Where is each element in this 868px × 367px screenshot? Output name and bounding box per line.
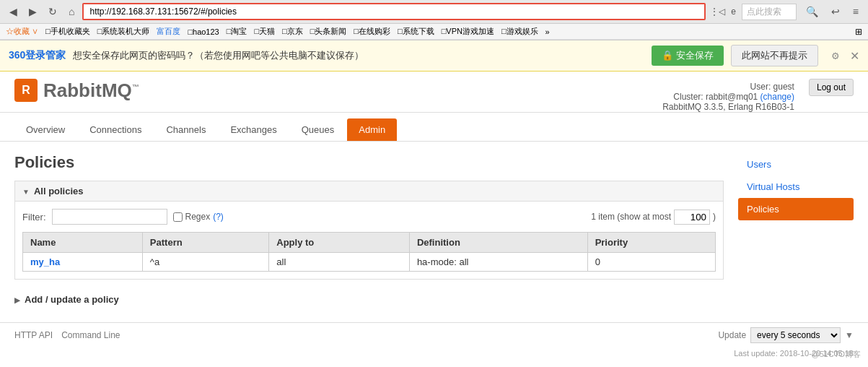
sidebar-item-virtual-hosts[interactable]: Virtual Hosts <box>738 176 854 198</box>
col-priority: Priority <box>587 233 715 253</box>
regex-checkbox[interactable] <box>173 212 183 222</box>
browser-toolbar: ◀ ▶ ↻ ⌂ ⋮◁ e 点此搜索 🔍 ↩ ≡ <box>0 0 868 24</box>
add-policy-section: Add / update a policy <box>14 288 724 311</box>
policy-definition: ha-mode: all <box>409 253 587 272</box>
item-count-text: 1 item (show at most <box>591 212 671 222</box>
app-header: R RabbitMQ™ User: guest Cluster: rabbit@… <box>0 72 868 113</box>
regex-option: Regex (?) <box>173 212 224 222</box>
bookmark-item[interactable]: □游戏娱乐 <box>501 26 538 37</box>
filter-row: Filter: Regex (?) 1 item (show at most ) <box>22 209 716 225</box>
bookmark-item[interactable]: □淘宝 <box>227 26 247 37</box>
item-count: 1 item (show at most ) <box>591 210 716 225</box>
close-icon[interactable]: ✕ <box>850 49 859 63</box>
password-manager-logo: 360登录管家 <box>9 49 66 62</box>
col-name: Name <box>23 233 143 253</box>
page-title: Policies <box>14 153 724 172</box>
user-line: User: guest <box>662 82 794 92</box>
user-label: User: <box>750 82 771 92</box>
regex-help[interactable]: (?) <box>213 212 224 222</box>
bookmark-item[interactable]: □天猫 <box>254 26 275 37</box>
tab-exchanges[interactable]: Exchanges <box>219 118 288 141</box>
add-policy-title: Add / update a policy <box>25 294 119 305</box>
bookmark-item[interactable]: □在线购彩 <box>354 26 390 37</box>
tab-connections[interactable]: Connections <box>78 118 153 141</box>
policy-name[interactable]: my_ha <box>23 253 143 272</box>
last-update-bar: Last update: 2018-10-20 14:05:18 <box>0 347 868 360</box>
policies-table: Name Pattern Apply to Definition Priorit… <box>22 232 716 272</box>
user-section: User: guest Cluster: rabbit@mq01 (change… <box>662 79 854 112</box>
http-api-link[interactable]: HTTP API <box>14 330 53 340</box>
bookmarks-settings-icon[interactable]: ⊞ <box>855 27 862 37</box>
bookmark-item[interactable]: □京东 <box>282 26 303 37</box>
logout-button[interactable]: Log out <box>809 79 854 96</box>
item-count-input[interactable] <box>674 210 710 225</box>
bookmark-item[interactable]: □头条新闻 <box>310 26 347 37</box>
filter-label: Filter: <box>22 212 46 223</box>
username: guest <box>773 82 794 92</box>
gear-icon[interactable]: ⚙ <box>831 51 840 61</box>
browser-chrome: ◀ ▶ ↻ ⌂ ⋮◁ e 点此搜索 🔍 ↩ ≡ ☆收藏 ∨ □手机收藏夹 □系统… <box>0 0 868 40</box>
bookmark-item[interactable]: □hao123 <box>188 27 219 36</box>
all-policies-section: All policies Filter: Regex (?) 1 item ( <box>14 181 724 280</box>
browser-engine-icon: e <box>731 7 736 17</box>
history-back-button[interactable]: ↩ <box>828 4 843 19</box>
bookmark-item[interactable]: ☆收藏 ∨ <box>6 26 38 37</box>
nav-tabs: Overview Connections Channels Exchanges … <box>0 118 868 141</box>
search-button[interactable]: 🔍 <box>802 4 822 19</box>
last-update-label: Last update: <box>734 349 778 358</box>
home-button[interactable]: ⌂ <box>65 4 78 19</box>
bookmark-item[interactable]: □系统装机大师 <box>97 26 150 37</box>
footer-links: HTTP API Command Line <box>14 330 120 340</box>
url-bar[interactable] <box>82 3 706 20</box>
col-pattern: Pattern <box>142 233 268 253</box>
policy-priority: 0 <box>587 253 715 272</box>
policy-apply-to: all <box>269 253 410 272</box>
rabbitmq-app: R RabbitMQ™ User: guest Cluster: rabbit@… <box>0 72 868 360</box>
footer: HTTP API Command Line Update every 5 sec… <box>0 322 868 347</box>
search-box[interactable]: 点此搜索 <box>742 4 797 20</box>
watermark: @51CTO博客 <box>812 349 861 360</box>
no-remind-button[interactable]: 此网站不再提示 <box>731 45 818 66</box>
logo-text: RabbitMQ™ <box>43 79 139 102</box>
change-cluster-link[interactable]: (change) <box>760 92 794 102</box>
regex-label: Regex <box>185 212 211 222</box>
command-line-link[interactable]: Command Line <box>61 330 120 340</box>
back-button[interactable]: ◀ <box>6 4 21 19</box>
tab-overview[interactable]: Overview <box>14 118 76 141</box>
bookmark-more[interactable]: » <box>545 27 550 36</box>
all-policies-header[interactable]: All policies <box>15 181 723 202</box>
collapse-icon <box>22 186 30 197</box>
cluster-name: rabbit@mq01 <box>706 92 758 102</box>
logo-tm: ™ <box>132 83 139 91</box>
sidebar-item-policies[interactable]: Policies <box>738 198 854 220</box>
add-policy-header[interactable]: Add / update a policy <box>14 288 724 311</box>
version-line: RabbitMQ 3.3.5, Erlang R16B03-1 <box>662 102 794 112</box>
cluster-line: Cluster: rabbit@mq01 (change) <box>662 92 794 102</box>
policy-pattern: ^a <box>142 253 268 272</box>
item-count-close: ) <box>713 212 716 222</box>
bookmark-item[interactable]: □系统下载 <box>398 26 434 37</box>
refresh-button[interactable]: ↻ <box>45 4 61 19</box>
tab-channels[interactable]: Channels <box>154 118 217 141</box>
content-area: Policies All policies Filter: Regex <box>14 153 724 311</box>
password-save-bar: 360登录管家 想安全保存此网页的密码吗？（若您使用网吧等公共电脑不建议保存） … <box>0 40 868 72</box>
bookmark-item[interactable]: □VPN游戏加速 <box>442 26 494 37</box>
browser-menu-button[interactable]: ≡ <box>849 4 862 19</box>
save-password-button[interactable]: 🔒 安全保存 <box>652 46 724 66</box>
chevron-down-icon: ▼ <box>845 330 854 340</box>
tab-queues[interactable]: Queues <box>290 118 346 141</box>
all-policies-title: All policies <box>34 186 84 197</box>
filter-input[interactable] <box>52 209 167 225</box>
col-apply-to: Apply to <box>269 233 410 253</box>
sidebar-item-users[interactable]: Users <box>738 153 854 176</box>
tab-admin[interactable]: Admin <box>347 118 397 141</box>
bookmark-item[interactable]: □手机收藏夹 <box>45 26 90 37</box>
col-definition: Definition <box>409 233 587 253</box>
cluster-label: Cluster: <box>673 92 703 102</box>
bookmark-item[interactable]: 富百度 <box>157 26 180 37</box>
forward-button[interactable]: ▶ <box>25 4 40 19</box>
app-logo: R RabbitMQ™ <box>14 79 139 102</box>
expand-icon <box>14 294 20 305</box>
update-select[interactable]: every 5 seconds every 10 seconds every 3… <box>750 327 841 343</box>
sidebar: Users Virtual Hosts Policies <box>738 153 854 311</box>
